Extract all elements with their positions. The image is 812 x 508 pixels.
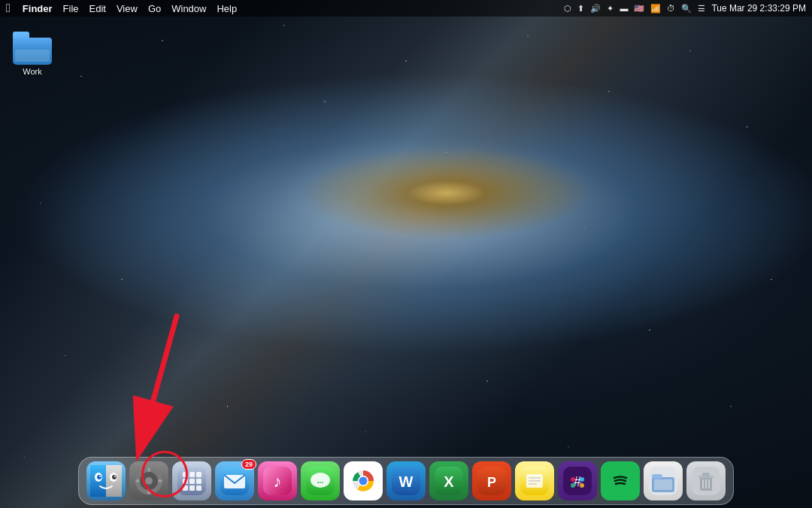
svg-rect-25 (189, 485, 195, 491)
upload-icon[interactable]: ⬆ (577, 4, 584, 14)
datetime: Tue Mar 29 2:33:29 PM (711, 3, 806, 14)
svg-rect-14 (147, 490, 150, 494)
excel-icon: X (435, 467, 463, 495)
dock-slack[interactable]: # (558, 461, 597, 500)
dock-messages[interactable]: ... (301, 461, 340, 500)
menu-window[interactable]: Window (171, 3, 206, 14)
dock-finder-files[interactable] (644, 461, 683, 500)
desktop-icons: Work (0, 23, 65, 86)
trash-icon (692, 467, 720, 495)
work-folder-icon[interactable]: Work (6, 29, 59, 80)
bluetooth-icon[interactable]: ✦ (607, 4, 614, 14)
svg-line-1 (139, 316, 177, 452)
svg-point-6 (99, 476, 101, 477)
time-machine-icon[interactable]: ⏱ (667, 4, 675, 13)
dock-notes[interactable] (515, 461, 554, 500)
svg-point-57 (611, 472, 629, 490)
svg-point-12 (145, 477, 153, 485)
svg-text:W: W (399, 473, 414, 490)
svg-text:...: ... (317, 476, 324, 485)
menu-view[interactable]: View (117, 3, 138, 14)
svg-rect-22 (189, 479, 195, 484)
svg-point-38 (359, 477, 368, 485)
svg-rect-16 (158, 479, 162, 482)
notes-icon (520, 467, 549, 495)
spotlight-icon[interactable]: 🔍 (681, 4, 692, 14)
svg-rect-23 (196, 479, 201, 484)
menubar-left:  Finder File Edit View Go Window Help (6, 2, 237, 15)
menu-go[interactable]: Go (148, 3, 161, 14)
app-name[interactable]: Finder (23, 3, 53, 14)
svg-point-55 (580, 483, 584, 488)
folder-graphic (13, 32, 52, 65)
svg-rect-15 (135, 479, 140, 482)
svg-point-52 (571, 477, 575, 482)
svg-point-53 (580, 477, 584, 482)
volume-icon[interactable]: 🔊 (590, 4, 601, 14)
dock-trash[interactable] (686, 461, 726, 500)
dock-music[interactable]: ♪ (258, 461, 297, 500)
flag-icon[interactable]: 🇺🇸 (634, 4, 644, 14)
slack-icon: # (563, 467, 592, 495)
music-icon: ♪ (263, 467, 292, 495)
dock-powerpoint[interactable]: P (472, 461, 511, 500)
annotation-arrow (117, 309, 207, 474)
menu-help[interactable]: Help (217, 3, 237, 14)
menubar-right: ⬡ ⬆ 🔊 ✦ ▬ 🇺🇸 📶 ⏱ 🔍 ☰ Tue Mar 29 2:33:29 … (564, 3, 806, 14)
battery-icon[interactable]: ▬ (620, 4, 628, 13)
notification-icon[interactable]: ☰ (698, 4, 705, 14)
wifi-icon[interactable]: 📶 (650, 4, 661, 14)
svg-rect-65 (702, 473, 710, 476)
dock-mail[interactable]: 29 (215, 461, 254, 500)
svg-text:♪: ♪ (274, 472, 282, 491)
dock-spotify[interactable] (601, 461, 640, 500)
mail-icon (220, 467, 249, 495)
word-icon: W (392, 467, 420, 495)
dropbox-icon[interactable]: ⬡ (564, 4, 571, 14)
dock-chrome[interactable] (344, 461, 383, 500)
dock-excel[interactable]: X (429, 461, 468, 500)
spotify-icon (606, 467, 635, 495)
svg-point-9 (114, 476, 116, 477)
desktop:  Finder File Edit View Go Window Help ⬡… (0, 0, 812, 508)
svg-text:P: P (487, 475, 496, 490)
menu-edit[interactable]: Edit (89, 3, 106, 14)
svg-rect-60 (652, 474, 662, 479)
dock-word[interactable]: W (386, 461, 426, 500)
menu-file[interactable]: File (63, 3, 79, 14)
svg-rect-21 (183, 479, 188, 484)
folder-label: Work (23, 67, 41, 77)
mail-badge: 29 (241, 459, 256, 470)
powerpoint-icon: P (477, 467, 506, 495)
apple-menu[interactable]:  (6, 2, 11, 15)
svg-text:X: X (444, 473, 454, 490)
chrome-icon (349, 467, 377, 495)
svg-point-54 (571, 483, 575, 488)
svg-rect-61 (654, 479, 672, 490)
messages-icon: ... (306, 467, 335, 495)
svg-rect-24 (183, 485, 188, 491)
svg-text:#: # (574, 474, 581, 489)
svg-rect-26 (196, 485, 201, 491)
finder-files-icon (649, 467, 677, 495)
menubar:  Finder File Edit View Go Window Help ⬡… (0, 0, 812, 17)
svg-point-5 (97, 475, 102, 479)
svg-point-8 (112, 475, 117, 479)
